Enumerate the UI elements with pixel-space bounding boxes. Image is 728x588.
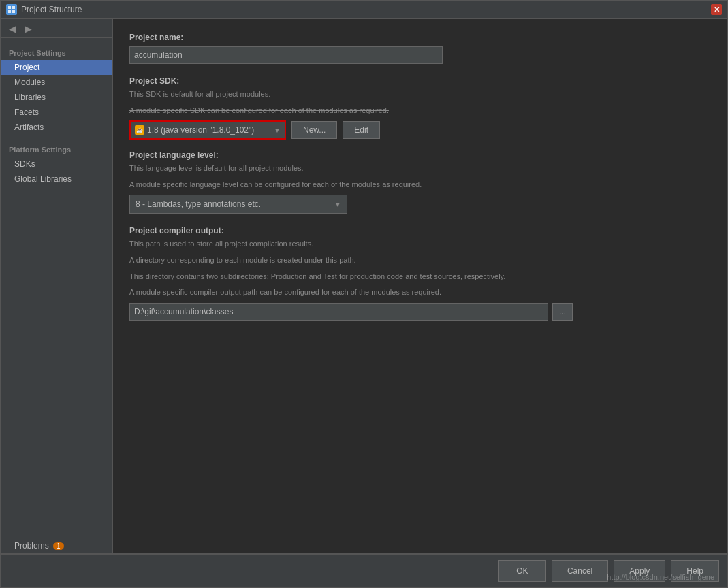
window-title: Project Structure <box>21 5 82 14</box>
svg-rect-3 <box>12 10 15 13</box>
project-settings-header: Project Settings <box>1 44 112 60</box>
sidebar: ◀ ▶ Project Settings Project Modules Lib… <box>1 19 113 553</box>
compiler-output-section: Project compiler output: This path is us… <box>129 226 711 320</box>
lang-chevron: ▼ <box>334 201 341 208</box>
sidebar-item-global-libraries[interactable]: Global Libraries <box>1 172 112 186</box>
lang-desc2: A module specific language level can be … <box>129 179 711 191</box>
language-row: 8 - Lambdas, type annotations etc. ▼ <box>129 195 711 214</box>
project-name-label: Project name: <box>129 33 711 42</box>
sidebar-item-modules[interactable]: Modules <box>1 75 112 90</box>
sidebar-item-project[interactable]: Project <box>1 60 112 75</box>
platform-settings-header: Platform Settings <box>1 140 112 157</box>
svg-rect-1 <box>12 6 15 9</box>
svg-rect-0 <box>8 6 11 9</box>
compiler-desc3: This directory contains two subdirectori… <box>129 271 711 283</box>
sdk-icon: ☕ <box>135 125 144 135</box>
bottom-bar: OK Cancel Apply Help <box>0 554 728 588</box>
browse-button[interactable]: ... <box>552 303 573 321</box>
sdk-desc1: This SDK is default for all project modu… <box>129 88 711 101</box>
sdk-dropdown-inner: ☕ 1.8 (java version "1.8.0_102") <box>135 125 254 135</box>
ok-button[interactable]: OK <box>498 560 546 582</box>
sdk-section-title: Project SDK: <box>129 76 711 86</box>
close-button[interactable]: ✕ <box>711 4 722 15</box>
compiler-desc2: A directory corresponding to each module… <box>129 255 711 267</box>
sidebar-nav: Project Settings Project Modules Librari… <box>1 38 112 192</box>
back-arrow[interactable]: ◀ <box>6 22 19 35</box>
sdk-new-button[interactable]: New... <box>291 121 337 139</box>
sdk-edit-button[interactable]: Edit <box>343 121 380 139</box>
main-container: ◀ ▶ Project Settings Project Modules Lib… <box>0 19 728 554</box>
sidebar-item-libraries[interactable]: Libraries <box>1 90 112 105</box>
project-name-input[interactable] <box>129 46 443 64</box>
compiler-desc1: This path is used to store all project c… <box>129 238 711 250</box>
svg-rect-2 <box>8 10 11 13</box>
lang-desc1: This language level is default for all p… <box>129 163 711 175</box>
sdk-row: ☕ 1.8 (java version "1.8.0_102") ▼ New..… <box>129 120 711 140</box>
sidebar-item-sdks[interactable]: SDKs <box>1 157 112 172</box>
sdk-desc2: A module specific SDK can be configured … <box>129 105 711 117</box>
output-row: ... <box>129 303 711 321</box>
sidebar-item-facets[interactable]: Facets <box>1 105 112 120</box>
compiler-desc4: A module specific compiler output path c… <box>129 287 711 299</box>
sdk-value: 1.8 (java version "1.8.0_102") <box>147 125 254 135</box>
window-icon <box>6 4 17 15</box>
sdk-chevron: ▼ <box>274 127 281 134</box>
sidebar-toolbar: ◀ ▶ <box>1 19 112 38</box>
title-bar-left: Project Structure <box>6 4 82 15</box>
content-area: Project name: Project SDK: This SDK is d… <box>113 19 727 553</box>
forward-arrow[interactable]: ▶ <box>22 22 35 35</box>
lang-section-title: Project language level: <box>129 150 711 160</box>
cancel-button[interactable]: Cancel <box>552 560 608 582</box>
lang-dropdown[interactable]: 8 - Lambdas, type annotations etc. ▼ <box>129 195 347 214</box>
watermark: http://blog.csdn.net/selfish_gene <box>607 573 714 581</box>
sidebar-problems[interactable]: Problems 1 <box>1 538 112 553</box>
compiler-path-input[interactable] <box>129 303 548 321</box>
sidebar-item-artifacts[interactable]: Artifacts <box>1 120 112 135</box>
lang-value: 8 - Lambdas, type annotations etc. <box>136 199 261 209</box>
title-bar: Project Structure ✕ <box>0 0 728 19</box>
problems-badge: 1 <box>53 542 64 550</box>
problems-label: Problems <box>14 541 49 551</box>
compiler-section-title: Project compiler output: <box>129 226 711 235</box>
sdk-dropdown[interactable]: ☕ 1.8 (java version "1.8.0_102") ▼ <box>129 120 286 140</box>
